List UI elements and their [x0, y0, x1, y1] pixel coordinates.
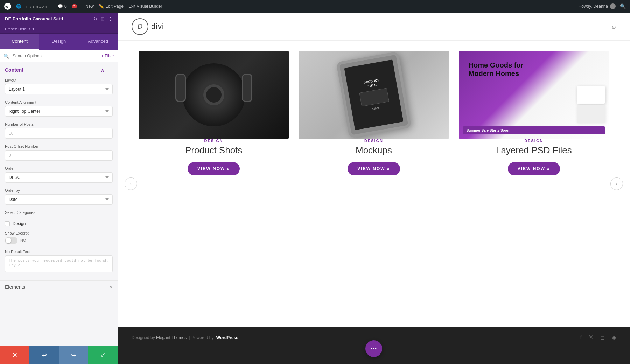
comments-item[interactable]: 💬 0 [58, 4, 67, 9]
comment-icon: 💬 [58, 4, 63, 9]
order-field: Order DESC [0, 164, 118, 186]
post-offset-input[interactable] [5, 150, 113, 161]
sidebar-title-row: DE Portfolio Carousel Setti... [5, 16, 67, 21]
admin-search-icon[interactable]: 🔍 [620, 4, 626, 9]
show-excerpt-toggle-row: NO [5, 237, 113, 244]
carousel-title-2: Mockups [356, 145, 392, 156]
grid-icon[interactable]: ⊞ [101, 16, 105, 21]
divider-1 [0, 279, 118, 279]
admin-bar-left: W 🌐 my-site.com | 💬 0 3 + New ✏️ Edit Pa… [4, 3, 573, 10]
design-category-label: Design [13, 221, 26, 226]
show-excerpt-value: NO [20, 238, 26, 243]
fab-icon: ••• [371, 346, 377, 351]
carousel-btn-3[interactable]: VIEW NOW » [508, 162, 560, 175]
carousel-title-1: Product Shots [185, 145, 242, 156]
no-result-text-label: No Result Text [5, 250, 113, 254]
no-result-text-input[interactable] [5, 255, 113, 272]
carousel-prev-button[interactable]: ‹ [125, 177, 137, 190]
save-button[interactable]: ✓ [88, 346, 118, 364]
elements-header[interactable]: Elements ∨ [5, 284, 113, 290]
design-category-checkbox[interactable] [5, 221, 10, 226]
close-button[interactable]: ✕ [0, 346, 29, 364]
instagram-icon[interactable]: ◻ [600, 334, 605, 341]
divi-logo-circle: D [132, 18, 148, 35]
design-category-row: Design [0, 220, 118, 229]
rss-icon[interactable]: ◈ [612, 334, 616, 341]
sep1: | [52, 5, 53, 8]
undo-button[interactable]: ↩ [29, 346, 59, 364]
close-icon: ✕ [12, 351, 18, 359]
carousel-btn-2[interactable]: VIEW NOW » [348, 162, 400, 175]
preview-area: D divi ⌕ ‹ DESIGN [118, 13, 630, 364]
footer-text: Designed by Elegant Themes | Powered by … [132, 335, 238, 340]
number-of-posts-input[interactable] [5, 128, 113, 139]
redo-icon: ↪ [71, 351, 76, 359]
section-collapse-icon[interactable]: ∧ [101, 67, 104, 73]
carousel-btn-1[interactable]: VIEW NOW » [188, 162, 240, 175]
select-categories-label: Select Categories [5, 210, 113, 215]
tabs: Content Design Advanced [0, 34, 118, 50]
main-layout: DE Portfolio Carousel Setti... ↻ ⊞ ⋮ Pre… [0, 13, 630, 364]
number-of-posts-label: Number of Posts [5, 122, 113, 126]
tab-content[interactable]: Content [0, 34, 39, 50]
redo-button[interactable]: ↪ [59, 346, 88, 364]
show-excerpt-toggle[interactable] [5, 237, 18, 244]
new-post-btn[interactable]: + New [82, 4, 94, 9]
elements-section: Elements ∨ [0, 280, 118, 293]
no-result-text-field: No Result Text [0, 247, 118, 277]
order-label: Order [5, 166, 113, 170]
order-by-label: Order by [5, 188, 113, 192]
carousel-item-1: DESIGN Product Shots VIEW NOW » [139, 51, 289, 175]
footer-powered-by: | Powered by [189, 335, 215, 340]
exit-builder-btn[interactable]: Exit Visual Builder [128, 4, 162, 9]
footer-designed-by: Designed by [132, 335, 156, 340]
content-alignment-select[interactable]: Right Top Center [5, 106, 113, 117]
edit-page-label: Edit Page [105, 4, 124, 9]
search-input[interactable] [10, 50, 97, 62]
posts-item[interactable]: 3 [72, 4, 77, 8]
user-avatar[interactable] [610, 4, 616, 9]
history-icon[interactable]: ↻ [93, 16, 97, 21]
sidebar-icons: ↻ ⊞ ⋮ [93, 16, 113, 21]
content-alignment-label: Content Alignment [5, 100, 113, 104]
carousel-category-2: DESIGN [364, 139, 383, 143]
footer-wordpress-link[interactable]: WordPress [216, 335, 238, 340]
twitter-x-icon[interactable]: 𝕏 [589, 334, 593, 341]
filter-label: + Filter [101, 54, 114, 58]
layout-select[interactable]: Layout 1 [5, 84, 113, 94]
wordpress-logo[interactable]: W [4, 3, 11, 10]
carousel-image-2: PRODUCTTITLE $49.99 [299, 51, 449, 139]
edit-page-btn[interactable]: ✏️ Edit Page [99, 4, 124, 9]
search-bar: 🔍 + + Filter [0, 50, 118, 62]
divi-logo-letter: D [138, 22, 142, 30]
filter-button[interactable]: + + Filter [97, 54, 114, 58]
sidebar: DE Portfolio Carousel Setti... ↻ ⊞ ⋮ Pre… [0, 13, 118, 364]
tab-design[interactable]: Design [39, 34, 78, 50]
carousel-items: DESIGN Product Shots VIEW NOW » PRODUCTT… [139, 51, 609, 175]
preview-search-icon[interactable]: ⌕ [612, 22, 616, 30]
howdy-section: Howdy, Deanna [579, 4, 616, 9]
preview-nav: D divi ⌕ [118, 13, 630, 41]
comment-count: 0 [64, 4, 67, 9]
show-excerpt-label: Show Excerpt [5, 231, 113, 235]
order-select[interactable]: DESC [5, 172, 113, 183]
footer-elegant-themes-link[interactable]: Elegant Themes [156, 335, 187, 340]
post-offset-field: Post Offset Number [0, 142, 118, 164]
facebook-icon[interactable]: f [580, 334, 582, 341]
fab-button[interactable]: ••• [365, 340, 382, 357]
elements-chevron-icon[interactable]: ∨ [110, 285, 113, 289]
order-by-select[interactable]: Date [5, 194, 113, 205]
tab-advanced[interactable]: Advanced [78, 34, 118, 50]
section-menu-icon[interactable]: ⋮ [107, 66, 113, 73]
carousel-next-button[interactable]: › [610, 177, 623, 190]
admin-bar: W 🌐 my-site.com | 💬 0 3 + New ✏️ Edit Pa… [0, 0, 630, 13]
carousel-image-1 [139, 51, 289, 139]
layout-label: Layout [5, 78, 113, 82]
tab-advanced-label: Advanced [88, 38, 108, 44]
select-categories-field: Select Categories [0, 208, 118, 220]
more-icon[interactable]: ⋮ [108, 16, 113, 21]
site-icon[interactable]: 🌐 [16, 4, 21, 9]
howdy-text: Howdy, Deanna [579, 4, 608, 9]
site-name[interactable]: my-site.com [26, 4, 47, 8]
preset-row[interactable]: Preset: Default ▼ [0, 25, 118, 34]
